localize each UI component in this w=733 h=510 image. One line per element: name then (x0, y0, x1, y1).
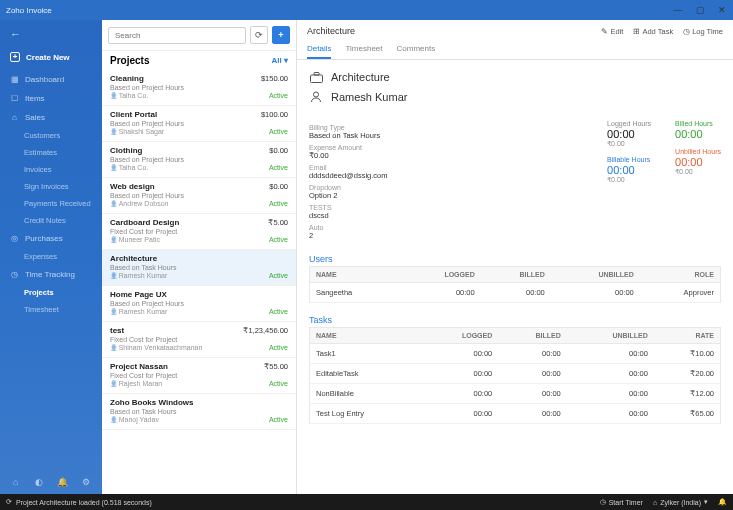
sidebar-item-label: Items (25, 94, 45, 103)
project-status: Active (269, 200, 288, 207)
sidebar-sub-invoices[interactable]: Invoices (0, 161, 102, 178)
project-row[interactable]: Cardboard Design₹5.00 Fixed Cost for Pro… (102, 214, 296, 250)
start-timer-button[interactable]: ◷ Start Timer (600, 498, 643, 506)
project-list[interactable]: Cleaning$150.00 Based on Project Hours T… (102, 70, 296, 494)
app-window: Zoho Invoice — ▢ ✕ ← + Create New ▦ Dash… (0, 0, 733, 510)
cell: 00:00 (421, 404, 499, 424)
metric-billable: Billable Hours 00:00 ₹0.00 (607, 156, 651, 184)
search-input[interactable] (108, 27, 246, 44)
user-icon[interactable]: ◐ (31, 474, 47, 490)
field-value: ₹0.00 (309, 151, 599, 160)
bell-icon[interactable]: 🔔 (55, 474, 71, 490)
cell: EditableTask (310, 364, 421, 384)
gear-icon[interactable]: ⚙ (78, 474, 94, 490)
cell: 00:00 (498, 364, 566, 384)
users-section-title: Users (297, 250, 733, 266)
filter-all-dropdown[interactable]: All ▾ (272, 56, 288, 65)
project-row[interactable]: Home Page UX Based on Project Hours Rame… (102, 286, 296, 322)
sidebar-sub-customers[interactable]: Customers (0, 127, 102, 144)
table-row[interactable]: NonBillable00:0000:0000:00₹12.00 (310, 384, 721, 404)
sidebar-item-dashboard[interactable]: ▦ Dashboard (0, 70, 102, 89)
sidebar-sub-credit-notes[interactable]: Credit Notes (0, 212, 102, 229)
cell: 00:00 (567, 344, 654, 364)
svg-rect-0 (310, 75, 322, 83)
sidebar-sub-sign-invoices[interactable]: Sign Invoices (0, 178, 102, 195)
project-amount: $150.00 (261, 74, 288, 83)
sales-icon: ⌂ (10, 113, 19, 122)
project-billing-type: Based on Project Hours (110, 192, 288, 199)
back-button[interactable]: ← (0, 24, 102, 44)
list-heading: Projects (110, 55, 149, 66)
sidebar-item-purchases[interactable]: ◎ Purchases (0, 229, 102, 248)
edit-button[interactable]: ✎ Edit (601, 27, 623, 36)
tasks-table: NAMELOGGEDBILLEDUNBILLEDRATETask100:0000… (309, 327, 721, 424)
project-row[interactable]: Client Portal$100.00 Based on Project Ho… (102, 106, 296, 142)
project-name: Project Nassan (110, 362, 168, 371)
field-label: Billing Type (309, 124, 599, 131)
sidebar-sub-expenses[interactable]: Expenses (0, 248, 102, 265)
project-client: Ramesh Kumar (110, 272, 167, 279)
users-table: NAMELOGGEDBILLEDUNBILLEDROLESangeetha00:… (309, 266, 721, 303)
log-time-button[interactable]: ◷ Log Time (683, 27, 723, 36)
sidebar-item-items[interactable]: ☐ Items (0, 89, 102, 108)
home-icon[interactable]: ⌂ (8, 474, 24, 490)
add-task-button[interactable]: ⊞ Add Task (633, 27, 673, 36)
project-amount: $0.00 (269, 146, 288, 155)
minimize-button[interactable]: — (673, 5, 683, 15)
project-row[interactable]: Cleaning$150.00 Based on Project Hours T… (102, 70, 296, 106)
cell: Approver (640, 283, 721, 303)
col-header: BILLED (481, 267, 551, 283)
project-status: Active (269, 92, 288, 99)
project-status: Active (269, 380, 288, 387)
project-list-panel: ⟳ + Projects All ▾ Cleaning$150.00 Based… (102, 20, 297, 494)
notification-icon[interactable]: 🔔 (718, 498, 727, 506)
table-row[interactable]: Sangeetha00:0000:0000:00Approver (310, 283, 721, 303)
project-client: Manoj Yadav (110, 416, 159, 423)
project-client: Shakshi Sagar (110, 128, 164, 135)
titlebar: Zoho Invoice — ▢ ✕ (0, 0, 733, 20)
tab-comments[interactable]: Comments (397, 40, 436, 59)
sidebar-sub-estimates[interactable]: Estimates (0, 144, 102, 161)
statusbar: ⟳ Project Architecture loaded (0.518 sec… (0, 494, 733, 510)
add-project-button[interactable]: + (272, 26, 290, 44)
project-row[interactable]: Architecture Based on Task Hours Ramesh … (102, 250, 296, 286)
sidebar-sub-projects[interactable]: Projects (0, 284, 102, 301)
field-label: Expense Amount (309, 144, 599, 151)
project-billing-type: Based on Task Hours (110, 264, 288, 271)
project-row[interactable]: test₹1,23,456.00 Fixed Cost for Project … (102, 322, 296, 358)
org-switcher[interactable]: ⌂ Zylker (India) ▾ (653, 498, 708, 506)
project-row[interactable]: Project Nassan₹55.00 Fixed Cost for Proj… (102, 358, 296, 394)
project-row[interactable]: Web design$0.00 Based on Project Hours A… (102, 178, 296, 214)
sidebar-sub-timesheet[interactable]: Timesheet (0, 301, 102, 318)
table-row[interactable]: Test Log Entry00:0000:0000:00₹65.00 (310, 404, 721, 424)
sidebar-item-timetracking[interactable]: ◷ Time Tracking (0, 265, 102, 284)
sidebar-item-label: Dashboard (25, 75, 64, 84)
create-new-button[interactable]: + Create New (0, 44, 102, 70)
project-row[interactable]: Zoho Books Windows Based on Task Hours M… (102, 394, 296, 430)
table-row[interactable]: Task100:0000:0000:00₹10.00 (310, 344, 721, 364)
project-status: Active (269, 308, 288, 315)
sidebar-item-sales[interactable]: ⌂ Sales (0, 108, 102, 127)
metric-logged: Logged Hours 00:00 ₹0.00 (607, 120, 651, 148)
tab-details[interactable]: Details (307, 40, 331, 59)
cell: 00:00 (551, 283, 640, 303)
cell: Task1 (310, 344, 421, 364)
project-row[interactable]: Clothing$0.00 Based on Project Hours Tal… (102, 142, 296, 178)
create-new-label: Create New (26, 53, 70, 62)
metric-unbilled: Unbilled Hours 00:00 ₹0.00 (675, 148, 721, 176)
project-amount: ₹1,23,456.00 (243, 326, 288, 335)
project-status: Active (269, 164, 288, 171)
cell: Sangeetha (310, 283, 402, 303)
refresh-button[interactable]: ⟳ (250, 26, 268, 44)
cell: ₹65.00 (654, 404, 721, 424)
table-row[interactable]: EditableTask00:0000:0000:00₹20.00 (310, 364, 721, 384)
cell: 00:00 (481, 283, 551, 303)
field-label: Dropdown (309, 184, 599, 191)
sidebar-sub-payments-received[interactable]: Payments Received (0, 195, 102, 212)
maximize-button[interactable]: ▢ (695, 5, 705, 15)
project-name: test (110, 326, 124, 335)
tab-timesheet[interactable]: Timesheet (345, 40, 382, 59)
field-label: TESTS (309, 204, 599, 211)
breadcrumb: Architecture (307, 26, 355, 36)
close-button[interactable]: ✕ (717, 5, 727, 15)
